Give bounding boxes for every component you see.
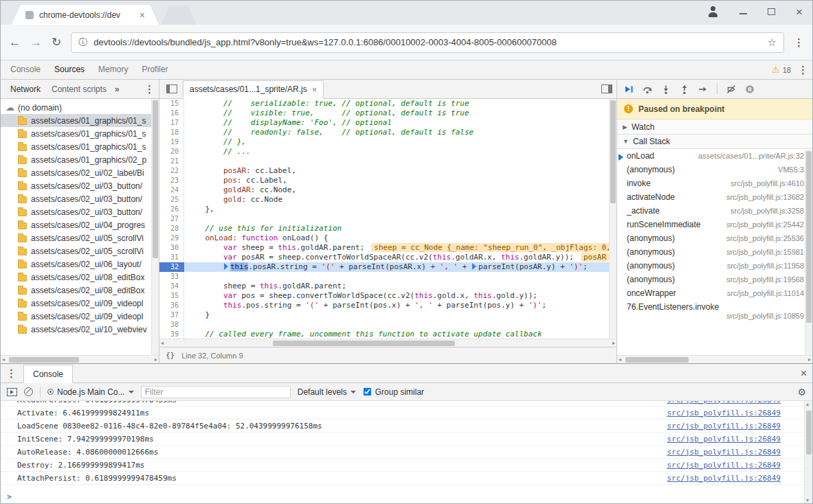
step-out-button[interactable] <box>680 84 689 94</box>
call-stack-frame[interactable]: onceWrappersrc/jsb_polyfill.js:11014 <box>617 286 812 300</box>
call-stack-frame[interactable]: (anonymous)VM55:3 <box>617 163 812 176</box>
console-drawer-tab[interactable]: Console <box>23 365 73 383</box>
call-stack-frame[interactable]: (anonymous)src/jsb_polyfill.js:19568 <box>617 273 812 286</box>
navigator-item[interactable]: assets/cases/01_graphics/01_s <box>1 140 159 153</box>
log-levels-select[interactable]: Default levels <box>298 387 356 397</box>
editor-hscrollbar-thumb[interactable] <box>273 341 455 346</box>
code-line[interactable]: 29 onLoad: function onLoad() { <box>159 233 616 243</box>
line-number[interactable]: 24 <box>159 185 184 195</box>
step-button[interactable] <box>698 84 708 94</box>
navigator-item[interactable]: assets/cases/01_graphics/01_s <box>1 127 159 140</box>
line-number[interactable]: 31 <box>159 253 184 262</box>
editor-vscrollbar[interactable] <box>609 99 616 339</box>
console-settings-gear-icon[interactable]: ⚙ <box>797 387 806 398</box>
navigator-hscrollbar-thumb[interactable] <box>9 357 79 363</box>
frame-location[interactable]: src/jsb_polyfill.js:11958 <box>727 262 804 270</box>
code-line[interactable]: 22 posAR: cc.Label, <box>159 166 616 176</box>
tab-sources[interactable]: Sources <box>47 60 91 79</box>
console-message-link[interactable]: src/jsb_polyfill.js:26849 <box>667 448 781 457</box>
call-stack-frame[interactable]: (anonymous)src/jsb_polyfill.js:15981 <box>617 245 812 259</box>
code-line[interactable]: 23 pos: cc.Label, <box>159 176 616 185</box>
more-tabs-icon[interactable]: » <box>112 84 122 94</box>
line-number[interactable]: 26 <box>159 205 184 214</box>
code-line[interactable]: 21 <box>159 157 616 166</box>
frame-location[interactable]: src/jsb_polyfill.js:25442 <box>726 220 804 229</box>
code-line[interactable]: 37 } <box>159 310 616 320</box>
code-line[interactable]: 31 var posAR = sheep.convertToWorldSpace… <box>159 253 616 262</box>
navigator-item[interactable]: assets/cases/02_ui/08_editBox <box>1 271 159 284</box>
navigator-item[interactable]: assets/cases/01_graphics/01_s <box>1 114 159 127</box>
code-line[interactable]: 27 <box>159 214 616 224</box>
navigator-item[interactable]: assets/cases/02_ui/06_layout/ <box>1 257 159 271</box>
step-into-button[interactable] <box>661 84 671 94</box>
resume-button[interactable] <box>624 84 634 94</box>
line-number[interactable]: 16 <box>159 108 184 118</box>
line-number[interactable]: 20 <box>159 147 184 157</box>
navigator-item[interactable]: assets/cases/02_ui/04_progres <box>1 218 159 231</box>
line-number[interactable]: 27 <box>159 214 184 224</box>
console-vscrollbar[interactable] <box>804 401 812 503</box>
line-number[interactable]: 18 <box>159 128 184 137</box>
file-tab-close-icon[interactable]: × <box>312 85 318 94</box>
frame-location[interactable]: src/jsb_polyfill.js:15981 <box>726 248 804 256</box>
frame-location[interactable]: src/jsb_polyfill.js:19568 <box>726 275 804 284</box>
debugger-hscrollbar[interactable] <box>617 355 812 363</box>
step-marker-icon[interactable] <box>224 263 228 270</box>
code-line[interactable]: 39 // called every frame, uncomment this… <box>159 330 616 339</box>
code-line[interactable]: 15 // serializable: true, // optional, d… <box>159 99 616 108</box>
tab-close-icon[interactable]: × <box>140 10 145 20</box>
group-similar-checkbox[interactable] <box>363 388 371 396</box>
line-number[interactable]: 38 <box>159 320 184 330</box>
navigator-item[interactable]: assets/cases/02_ui/02_label/Bi <box>1 166 159 179</box>
call-stack-frame[interactable]: activateNodesrc/jsb_polyfill.js:13682 <box>617 190 812 204</box>
pause-on-exceptions-button[interactable] <box>745 84 755 94</box>
toggle-navigator-icon[interactable] <box>166 84 177 93</box>
window-close-button[interactable]: × <box>796 6 803 18</box>
file-tab[interactable]: assets/cases/01...1_sprite/AR.js × <box>183 80 324 99</box>
watch-section-header[interactable]: ▶ Watch <box>617 119 812 135</box>
line-number[interactable]: 15 <box>159 99 184 108</box>
url-bar[interactable]: ⓘ devtools://devtools/bundled/js_app.htm… <box>71 32 784 53</box>
code-line[interactable]: 26 }, <box>159 205 616 214</box>
debugger-vscrollbar[interactable] <box>805 150 812 355</box>
console-vscrollbar-thumb[interactable] <box>806 411 812 455</box>
code-line[interactable]: 24 goldAR: cc.Node, <box>159 185 616 195</box>
navigator-item[interactable]: assets/cases/02_ui/09_videopl <box>1 310 159 323</box>
frame-location[interactable]: assets/cases/01...prite/AR.js:32 <box>698 152 804 160</box>
drawer-close-icon[interactable]: × <box>801 367 807 380</box>
line-number[interactable]: 33 <box>159 272 184 282</box>
navigator-root[interactable]: ☁ (no domain) <box>1 101 159 114</box>
navigator-item[interactable]: assets/cases/02_ui/03_button/ <box>1 192 159 205</box>
frame-location[interactable]: src/jsb_polyfill.js:3258 <box>731 207 804 215</box>
deactivate-breakpoints-button[interactable] <box>726 84 736 94</box>
debugger-hscrollbar-thumb[interactable] <box>625 357 689 363</box>
console-message-link[interactable]: src/jsb_polyfill.js:26849 <box>667 461 781 470</box>
line-number[interactable]: 21 <box>159 157 184 166</box>
call-stack-frame[interactable]: (anonymous)src/jsb_polyfill.js:25536 <box>617 231 812 245</box>
navigator-item[interactable]: assets/cases/02_ui/03_button/ <box>1 205 159 218</box>
navigator-item[interactable]: assets/cases/02_ui/03_button/ <box>1 179 159 192</box>
code-line[interactable]: 16 // visible: true, // optional, defaul… <box>159 108 616 118</box>
browser-menu-icon[interactable]: ⋮ <box>794 36 804 49</box>
frame-location[interactable]: src/jsb_polyfill.js:10859 <box>726 312 804 320</box>
frame-location[interactable]: src/jsb_polyfill.js:13682 <box>726 193 804 201</box>
call-stack-frame[interactable]: runSceneImmediatesrc/jsb_polyfill.js:254… <box>617 218 812 231</box>
navigator-vscrollbar-thumb[interactable] <box>153 100 158 258</box>
devtools-menu-icon[interactable]: ⋮ <box>798 64 808 76</box>
drawer-menu-icon[interactable]: ⋮ <box>6 367 16 380</box>
line-number[interactable]: 36 <box>159 301 184 310</box>
console-message-link[interactable]: src/jsb_polyfill.js:26849 <box>667 401 781 404</box>
line-number[interactable]: 32 <box>159 262 184 272</box>
call-stack-frame[interactable]: _activatesrc/jsb_polyfill.js:3258 <box>617 204 812 218</box>
navigator-item[interactable]: assets/cases/02_ui/09_videopl <box>1 297 159 310</box>
navigator-hscrollbar[interactable] <box>1 355 159 363</box>
tab-profiler[interactable]: Profiler <box>135 60 175 79</box>
refresh-icon[interactable]: ↻ <box>52 36 61 48</box>
clear-console-icon[interactable] <box>24 387 33 396</box>
navigator-item[interactable]: assets/cases/01_graphics/02_p <box>1 153 159 166</box>
toggle-debugger-sidebar-icon[interactable] <box>601 84 612 93</box>
debugger-vscrollbar-thumb[interactable] <box>806 151 812 323</box>
frame-location[interactable]: src/jsb_polyfill.js:4610 <box>731 179 804 187</box>
call-stack-frame[interactable]: 76.EventListeners.invokesrc/jsb_polyfill… <box>617 300 812 322</box>
navigator-menu-icon[interactable]: ⋮ <box>144 83 155 95</box>
